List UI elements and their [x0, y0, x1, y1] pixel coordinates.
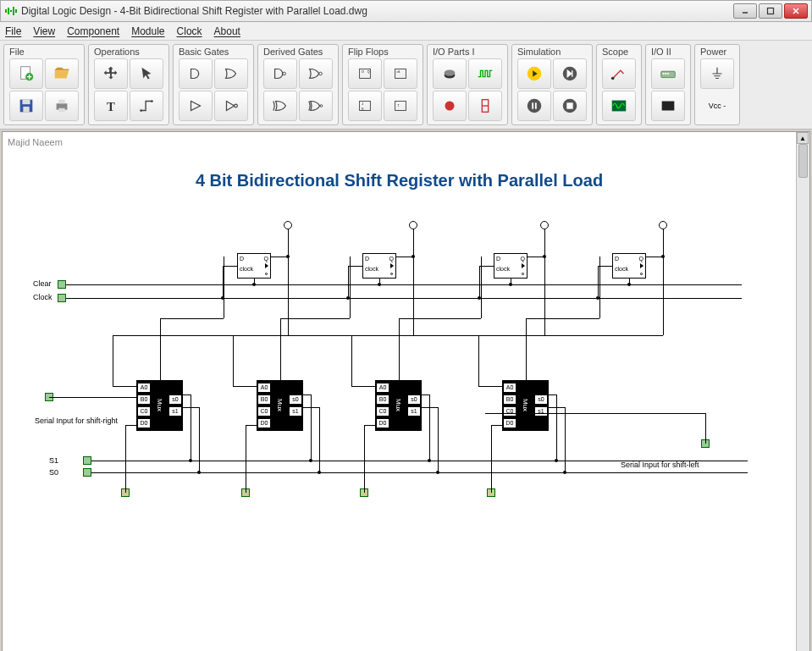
tff-button[interactable]: T: [384, 91, 417, 121]
jkff-button[interactable]: JK: [348, 91, 382, 121]
text-tool-button[interactable]: T: [94, 91, 128, 121]
menu-view[interactable]: View: [33, 25, 55, 37]
wire: [350, 257, 351, 318]
new-file-button[interactable]: [9, 58, 43, 89]
toolgroup-operations: Operations T: [88, 44, 169, 125]
or-gate-button[interactable]: [214, 58, 248, 89]
wire: [422, 407, 438, 408]
display-button[interactable]: [651, 91, 685, 121]
probe-button[interactable]: [602, 58, 636, 89]
vertical-scrollbar[interactable]: ▲ ▼: [796, 132, 809, 651]
wire: [160, 318, 161, 380]
oscilloscope-button[interactable]: [602, 91, 636, 121]
wire-tool-button[interactable]: [130, 91, 163, 121]
ground-button[interactable]: [700, 58, 734, 89]
dff-0[interactable]: DQclock: [237, 253, 271, 279]
wire: [280, 318, 350, 319]
mux-1[interactable]: A0B0C0D0 Mux s0s1: [257, 380, 303, 431]
wire: [233, 335, 234, 386]
mux-3[interactable]: A0B0C0D0 Mux s0s1: [502, 380, 549, 431]
pause-button[interactable]: [517, 91, 551, 121]
menu-component[interactable]: Component: [67, 25, 119, 37]
nor-gate-button[interactable]: [299, 58, 333, 89]
buffer-gate-button[interactable]: [179, 91, 213, 121]
mux-0[interactable]: A0B0C0D0 Mux s0s1: [136, 380, 183, 431]
clock-signal-button[interactable]: [468, 58, 502, 89]
play-button[interactable]: [517, 58, 551, 89]
menu-module[interactable]: Module: [131, 25, 164, 37]
port-clear[interactable]: [58, 280, 66, 289]
svg-rect-4: [15, 9, 17, 13]
svg-rect-47: [612, 101, 627, 112]
node: [412, 255, 415, 258]
stop-button[interactable]: [553, 91, 587, 121]
wire: [549, 394, 556, 395]
menu-about[interactable]: About: [214, 25, 240, 37]
wire: [246, 425, 246, 493]
wire: [705, 413, 706, 444]
wire: [311, 394, 312, 461]
open-file-button[interactable]: [45, 58, 79, 89]
scroll-thumb[interactable]: [798, 144, 808, 178]
dff-1[interactable]: DQclock: [362, 253, 396, 279]
wire: [224, 257, 224, 318]
menu-clock[interactable]: Clock: [177, 25, 202, 37]
port-s0[interactable]: [83, 468, 91, 477]
output-circle: [409, 221, 417, 229]
wire: [485, 413, 486, 414]
label-clock: Clock: [33, 293, 52, 301]
app-icon: [4, 4, 18, 18]
svg-point-46: [611, 77, 615, 80]
svg-point-20: [235, 104, 238, 108]
dff-rising-button[interactable]: DQ: [348, 58, 382, 89]
wire: [429, 394, 430, 461]
wire: [364, 425, 375, 426]
select-tool-button[interactable]: [130, 58, 163, 89]
port-s1[interactable]: [83, 456, 91, 465]
wire: [491, 425, 492, 493]
print-button[interactable]: [45, 91, 79, 121]
design-canvas[interactable]: Majid Naeem 4 Bit Bidirectional Shift Re…: [3, 132, 796, 651]
mux-2[interactable]: A0B0C0D0 Mux s0s1: [375, 380, 422, 431]
maximize-button[interactable]: [759, 3, 782, 19]
toolgroup-io1: I/O Parts I: [427, 44, 508, 125]
dff-2[interactable]: DQclock: [494, 253, 528, 279]
xnor-gate-button[interactable]: [299, 91, 333, 121]
led-button[interactable]: [433, 91, 467, 121]
wire: [246, 425, 257, 426]
pushbutton-button[interactable]: [433, 58, 467, 89]
toolgroup-basic-gates: Basic Gates: [173, 44, 254, 125]
xor-gate-button[interactable]: [263, 91, 297, 121]
nand-gate-button[interactable]: [263, 58, 297, 89]
svg-rect-49: [663, 73, 665, 74]
wire: [481, 257, 482, 318]
move-tool-button[interactable]: [94, 58, 128, 89]
toolgroup-label: I/O Parts I: [433, 47, 502, 57]
dff-3[interactable]: DQclock: [612, 253, 646, 279]
wire: [113, 335, 113, 386]
step-button[interactable]: [553, 58, 587, 89]
node: [436, 471, 439, 474]
sevenseg-button[interactable]: [468, 91, 502, 121]
and-gate-button[interactable]: [179, 58, 213, 89]
node: [189, 459, 192, 462]
toolgroup-scope: Scope: [596, 44, 642, 125]
svg-rect-0: [5, 9, 7, 13]
svg-rect-50: [665, 73, 666, 74]
save-file-button[interactable]: [9, 91, 43, 121]
menu-file[interactable]: File: [5, 25, 21, 37]
wire: [160, 318, 224, 319]
not-gate-button[interactable]: [214, 91, 248, 121]
port-clock[interactable]: [58, 294, 66, 302]
minimize-button[interactable]: [733, 3, 757, 19]
toolgroup-simulation: Simulation: [511, 44, 593, 125]
close-button[interactable]: [784, 3, 808, 19]
keyboard-button[interactable]: [651, 58, 685, 89]
scroll-up-button[interactable]: ▲: [797, 132, 809, 144]
diagram-title: 4 Bit Bidirectional Shift Register with …: [3, 171, 796, 190]
wire: [113, 386, 136, 387]
dff-falling-button[interactable]: clk: [384, 58, 417, 89]
toolgroup-label: Simulation: [517, 47, 587, 57]
wire: [351, 335, 352, 386]
svg-rect-45: [566, 102, 572, 108]
